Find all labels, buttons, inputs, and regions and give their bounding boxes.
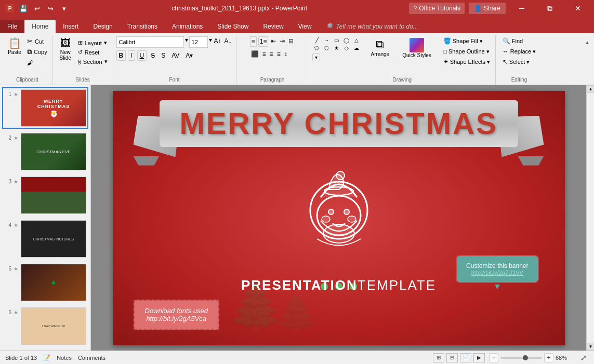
shape-circle[interactable]: ◯ [342, 36, 351, 44]
tab-view[interactable]: View [291, 20, 319, 33]
shape-arrow[interactable]: → [322, 36, 332, 44]
tab-tellme[interactable]: 🔍Tell me what you want to do... [319, 20, 426, 33]
customize-quickbtn[interactable]: ▾ [58, 3, 70, 14]
slide-thumb-6[interactable]: 6 ★ I SAY WAKE UP [2, 305, 88, 347]
undo-quickbtn[interactable]: ↩ [31, 3, 43, 14]
close-button[interactable]: ✕ [566, 0, 590, 17]
font-size-dropdown[interactable]: ▾ [209, 36, 212, 48]
align-center-btn[interactable]: ≡ [261, 49, 267, 59]
shape-effects-icon: ✦ [443, 58, 448, 65]
reading-view-btn[interactable]: 📄 [460, 353, 471, 362]
ribbon-collapse-btn[interactable]: ▲ [583, 37, 592, 47]
scroll-down-btn[interactable]: ▼ [587, 343, 594, 350]
scroll-up-btn[interactable]: ▲ [587, 85, 594, 93]
font-name-input[interactable]: Calibri [116, 36, 184, 48]
shape-outline-button[interactable]: □ Shape Outline ▾ [441, 47, 492, 56]
line-spacing-btn[interactable]: ↕ [283, 49, 288, 59]
redo-quickbtn[interactable]: ↪ [45, 3, 56, 14]
new-slide-button[interactable]: 🖼 NewSlide [56, 36, 75, 62]
increase-font-btn[interactable]: A↑ [213, 36, 222, 48]
arrange-button[interactable]: ⧉ Arrange [368, 36, 393, 59]
bullets-btn[interactable]: ≡ [250, 36, 257, 47]
tab-file[interactable]: File [0, 20, 24, 33]
decrease-indent-btn[interactable]: ⇤ [270, 36, 277, 47]
font-name-dropdown[interactable]: ▾ [185, 36, 188, 48]
section-button[interactable]: § Section ▾ [76, 57, 110, 66]
shape-outline-dropdown[interactable]: ▾ [486, 48, 490, 55]
shape-fill-button[interactable]: 🪣 Shape Fill ▾ [441, 36, 492, 46]
zoom-in-btn[interactable]: + [544, 353, 553, 362]
restore-button[interactable]: ⧉ [538, 0, 562, 17]
replace-button[interactable]: ↔ Replace ▾ [500, 47, 538, 56]
slideshow-view-btn[interactable]: ▶ [473, 353, 485, 362]
normal-view-btn[interactable]: ⊞ [433, 353, 444, 362]
shape-rect[interactable]: ▭ [332, 36, 341, 44]
format-painter-button[interactable]: 🖌 [25, 58, 49, 68]
window-title: christmas_toolkit_2011_19613.pptx - Powe… [70, 5, 409, 12]
tab-slideshow[interactable]: Slide Show [210, 20, 256, 33]
shape-star[interactable]: ★ [332, 44, 341, 51]
share-button[interactable]: 👤 Share [469, 3, 506, 14]
minimize-button[interactable]: ─ [510, 0, 534, 17]
tab-design[interactable]: Design [86, 20, 120, 33]
fit-slide-btn[interactable]: ⤢ [578, 354, 589, 362]
shape-more-btn[interactable]: ▾ [312, 53, 320, 61]
strikethrough-btn[interactable]: S [149, 51, 157, 60]
copy-icon: ⧉ [27, 48, 32, 56]
slide-thumb-5[interactable]: 5 ★ 🌲 [2, 262, 88, 303]
select-button[interactable]: ↖ Select ▾ [500, 57, 532, 66]
increase-indent-btn[interactable]: ⇥ [279, 36, 286, 47]
tab-home[interactable]: Home [24, 20, 56, 33]
align-right-btn[interactable]: ≡ [269, 49, 274, 59]
slide-thumb-1[interactable]: 1 ★ MERRY CHRISTMAS 🎅 [2, 87, 88, 129]
zoom-out-btn[interactable]: − [489, 353, 498, 362]
santa-container [292, 166, 386, 272]
shape-diamond[interactable]: ◇ [342, 44, 351, 51]
slide-thumb-2[interactable]: 2 ★ CHRISTMAS EVE [2, 131, 88, 172]
cut-button[interactable]: ✂ Cut [25, 36, 49, 46]
decrease-font-btn[interactable]: A↓ [223, 36, 233, 48]
char-spacing-btn[interactable]: AV [169, 51, 181, 60]
slide-thumb-4[interactable]: 4 ★ CHRISTMAS PICTURES [2, 218, 88, 260]
numbering-btn[interactable]: 1≡ [258, 36, 269, 47]
layout-button[interactable]: ⊞ Layout ▾ [76, 38, 110, 47]
shape-line[interactable]: ╱ [312, 36, 322, 44]
reset-button[interactable]: ↺ Reset [76, 48, 110, 57]
shape-triangle[interactable]: △ [352, 36, 361, 44]
underline-btn[interactable]: U [137, 50, 147, 61]
customize-bubble[interactable]: Customize this banner http://bit.ly/2q7U… [456, 255, 538, 283]
shape-effects-button[interactable]: ✦ Shape Effects ▾ [441, 57, 492, 66]
paste-button[interactable]: 📋 Paste [5, 36, 24, 57]
zoom-slider-thumb[interactable] [523, 355, 528, 360]
font-size-input[interactable]: 12 [189, 36, 208, 48]
slide-thumb-3[interactable]: 3 ★ ... [2, 174, 88, 216]
replace-dropdown[interactable]: ▾ [533, 48, 536, 55]
copy-button[interactable]: ⧉ Copy [25, 47, 49, 57]
tab-insert[interactable]: Insert [56, 20, 86, 33]
shape-fill-dropdown[interactable]: ▾ [480, 38, 483, 45]
bold-btn[interactable]: B [116, 50, 126, 61]
find-button[interactable]: 🔍 Find [500, 36, 525, 46]
tab-animations[interactable]: Animations [165, 20, 210, 33]
notes-btn[interactable]: Notes [57, 355, 72, 361]
shadow-btn[interactable]: S [159, 51, 167, 60]
column-btn[interactable]: ⊟ [287, 36, 295, 47]
align-left-btn[interactable]: ⬛ [250, 49, 260, 59]
shape-pentagon[interactable]: ⬠ [312, 44, 322, 51]
zoom-slider[interactable] [500, 357, 542, 359]
tab-review[interactable]: Review [256, 20, 291, 33]
quick-styles-button[interactable]: Quick Styles [399, 36, 434, 60]
office-tutorials-btn[interactable]: ? Office Tutorials [409, 3, 465, 14]
shape-cloud[interactable]: ☁ [352, 44, 361, 51]
italic-btn[interactable]: I [128, 50, 135, 61]
shape-hex[interactable]: ⬡ [322, 44, 332, 51]
font-color-btn[interactable]: A▾ [183, 51, 195, 60]
select-dropdown[interactable]: ▾ [526, 59, 530, 65]
download-box[interactable]: Download fonts used http://bit.ly/2gA5Vc… [134, 300, 219, 330]
save-quickbtn[interactable]: 💾 [18, 3, 29, 14]
align-justify-btn[interactable]: ≡ [276, 49, 282, 59]
comments-btn[interactable]: Comments [78, 355, 105, 361]
shape-effects-dropdown[interactable]: ▾ [487, 59, 490, 65]
tab-transitions[interactable]: Transitions [120, 20, 165, 33]
slide-sorter-btn[interactable]: ⊟ [446, 353, 458, 362]
